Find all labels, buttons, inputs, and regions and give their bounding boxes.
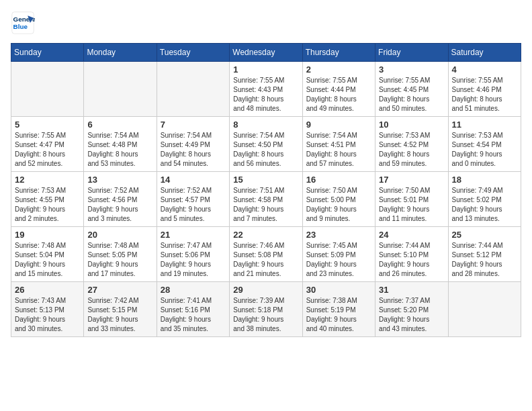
- day-number: 9: [306, 120, 371, 130]
- day-info: Sunrise: 7:55 AM Sunset: 4:47 PM Dayligh…: [15, 131, 80, 169]
- day-number: 21: [161, 230, 226, 240]
- day-number: 28: [161, 285, 226, 295]
- calendar-week-row: 5Sunrise: 7:55 AM Sunset: 4:47 PM Daylig…: [11, 117, 521, 172]
- day-number: 6: [87, 120, 152, 130]
- day-info: Sunrise: 7:50 AM Sunset: 5:01 PM Dayligh…: [379, 186, 444, 224]
- calendar-cell: [11, 62, 84, 117]
- day-number: 26: [15, 285, 80, 295]
- day-number: 13: [87, 175, 152, 185]
- calendar-cell: 13Sunrise: 7:52 AM Sunset: 4:56 PM Dayli…: [84, 172, 157, 227]
- day-number: 12: [15, 175, 80, 185]
- weekday-header-cell: Thursday: [302, 44, 375, 62]
- calendar-week-row: 19Sunrise: 7:48 AM Sunset: 5:04 PM Dayli…: [11, 227, 521, 282]
- logo-icon: General Blue: [11, 11, 35, 35]
- calendar-cell: 11Sunrise: 7:53 AM Sunset: 4:54 PM Dayli…: [448, 117, 521, 172]
- calendar-cell: 4Sunrise: 7:55 AM Sunset: 4:46 PM Daylig…: [448, 62, 521, 117]
- day-number: 19: [15, 230, 80, 240]
- calendar-cell: 20Sunrise: 7:48 AM Sunset: 5:05 PM Dayli…: [84, 227, 157, 282]
- day-number: 16: [306, 175, 371, 185]
- day-number: 14: [161, 175, 226, 185]
- day-info: Sunrise: 7:43 AM Sunset: 5:13 PM Dayligh…: [15, 296, 80, 334]
- day-info: Sunrise: 7:39 AM Sunset: 5:18 PM Dayligh…: [233, 296, 298, 334]
- calendar-cell: 2Sunrise: 7:55 AM Sunset: 4:44 PM Daylig…: [302, 62, 375, 117]
- day-info: Sunrise: 7:48 AM Sunset: 5:05 PM Dayligh…: [87, 241, 152, 279]
- calendar-cell: 17Sunrise: 7:50 AM Sunset: 5:01 PM Dayli…: [375, 172, 448, 227]
- calendar-cell: [448, 282, 521, 337]
- day-number: 24: [379, 230, 444, 240]
- calendar-body: 1Sunrise: 7:55 AM Sunset: 4:43 PM Daylig…: [11, 62, 521, 337]
- calendar-cell: 23Sunrise: 7:45 AM Sunset: 5:09 PM Dayli…: [302, 227, 375, 282]
- day-info: Sunrise: 7:53 AM Sunset: 4:55 PM Dayligh…: [15, 186, 80, 224]
- calendar-cell: 27Sunrise: 7:42 AM Sunset: 5:15 PM Dayli…: [84, 282, 157, 337]
- day-info: Sunrise: 7:55 AM Sunset: 4:46 PM Dayligh…: [452, 76, 517, 113]
- calendar-cell: 12Sunrise: 7:53 AM Sunset: 4:55 PM Dayli…: [11, 172, 84, 227]
- day-info: Sunrise: 7:44 AM Sunset: 5:10 PM Dayligh…: [379, 241, 444, 279]
- calendar-cell: 29Sunrise: 7:39 AM Sunset: 5:18 PM Dayli…: [230, 282, 302, 337]
- calendar-cell: 22Sunrise: 7:46 AM Sunset: 5:08 PM Dayli…: [230, 227, 302, 282]
- day-info: Sunrise: 7:45 AM Sunset: 5:09 PM Dayligh…: [306, 241, 371, 279]
- day-number: 7: [161, 120, 226, 130]
- day-number: 18: [452, 175, 517, 185]
- calendar-cell: 15Sunrise: 7:51 AM Sunset: 4:58 PM Dayli…: [230, 172, 302, 227]
- day-info: Sunrise: 7:52 AM Sunset: 4:56 PM Dayligh…: [87, 186, 152, 224]
- calendar-cell: 18Sunrise: 7:49 AM Sunset: 5:02 PM Dayli…: [448, 172, 521, 227]
- day-number: 30: [306, 285, 371, 295]
- day-info: Sunrise: 7:52 AM Sunset: 4:57 PM Dayligh…: [161, 186, 226, 224]
- calendar-table: SundayMondayTuesdayWednesdayThursdayFrid…: [11, 43, 521, 337]
- day-info: Sunrise: 7:38 AM Sunset: 5:19 PM Dayligh…: [306, 296, 371, 334]
- day-info: Sunrise: 7:42 AM Sunset: 5:15 PM Dayligh…: [87, 296, 152, 334]
- day-info: Sunrise: 7:49 AM Sunset: 5:02 PM Dayligh…: [452, 186, 517, 224]
- day-info: Sunrise: 7:54 AM Sunset: 4:51 PM Dayligh…: [306, 131, 371, 169]
- calendar-cell: 10Sunrise: 7:53 AM Sunset: 4:52 PM Dayli…: [375, 117, 448, 172]
- day-number: 22: [233, 230, 298, 240]
- day-number: 3: [379, 64, 444, 75]
- calendar-cell: 31Sunrise: 7:37 AM Sunset: 5:20 PM Dayli…: [375, 282, 448, 337]
- day-info: Sunrise: 7:44 AM Sunset: 5:12 PM Dayligh…: [452, 241, 517, 279]
- day-info: Sunrise: 7:48 AM Sunset: 5:04 PM Dayligh…: [15, 241, 80, 279]
- weekday-header-cell: Monday: [84, 44, 157, 62]
- day-number: 20: [87, 230, 152, 240]
- calendar-cell: 9Sunrise: 7:54 AM Sunset: 4:51 PM Daylig…: [302, 117, 375, 172]
- day-number: 15: [233, 175, 298, 185]
- day-number: 11: [452, 120, 517, 130]
- weekday-header-cell: Tuesday: [157, 44, 229, 62]
- day-info: Sunrise: 7:53 AM Sunset: 4:54 PM Dayligh…: [452, 131, 517, 169]
- weekday-header-cell: Wednesday: [230, 44, 302, 62]
- calendar-cell: 8Sunrise: 7:54 AM Sunset: 4:50 PM Daylig…: [230, 117, 302, 172]
- logo: General Blue: [11, 11, 35, 35]
- calendar-cell: 30Sunrise: 7:38 AM Sunset: 5:19 PM Dayli…: [302, 282, 375, 337]
- day-number: 8: [233, 120, 298, 130]
- day-info: Sunrise: 7:55 AM Sunset: 4:44 PM Dayligh…: [306, 76, 371, 113]
- day-number: 4: [452, 64, 517, 75]
- calendar-cell: 1Sunrise: 7:55 AM Sunset: 4:43 PM Daylig…: [230, 62, 302, 117]
- calendar-cell: 3Sunrise: 7:55 AM Sunset: 4:45 PM Daylig…: [375, 62, 448, 117]
- calendar-cell: 26Sunrise: 7:43 AM Sunset: 5:13 PM Dayli…: [11, 282, 84, 337]
- day-info: Sunrise: 7:54 AM Sunset: 4:48 PM Dayligh…: [87, 131, 152, 169]
- weekday-header-cell: Saturday: [448, 44, 521, 62]
- calendar-cell: 21Sunrise: 7:47 AM Sunset: 5:06 PM Dayli…: [157, 227, 229, 282]
- day-number: 2: [306, 64, 371, 75]
- weekday-header-cell: Friday: [375, 44, 448, 62]
- calendar-cell: [84, 62, 157, 117]
- calendar-cell: 5Sunrise: 7:55 AM Sunset: 4:47 PM Daylig…: [11, 117, 84, 172]
- calendar-week-row: 12Sunrise: 7:53 AM Sunset: 4:55 PM Dayli…: [11, 172, 521, 227]
- calendar-cell: 28Sunrise: 7:41 AM Sunset: 5:16 PM Dayli…: [157, 282, 229, 337]
- calendar-cell: 16Sunrise: 7:50 AM Sunset: 5:00 PM Dayli…: [302, 172, 375, 227]
- day-number: 23: [306, 230, 371, 240]
- day-info: Sunrise: 7:46 AM Sunset: 5:08 PM Dayligh…: [233, 241, 298, 279]
- svg-text:Blue: Blue: [13, 23, 28, 30]
- calendar-cell: 7Sunrise: 7:54 AM Sunset: 4:49 PM Daylig…: [157, 117, 229, 172]
- day-number: 25: [452, 230, 517, 240]
- calendar-cell: 24Sunrise: 7:44 AM Sunset: 5:10 PM Dayli…: [375, 227, 448, 282]
- weekday-header-cell: Sunday: [11, 44, 84, 62]
- day-info: Sunrise: 7:41 AM Sunset: 5:16 PM Dayligh…: [161, 296, 226, 334]
- calendar-week-row: 26Sunrise: 7:43 AM Sunset: 5:13 PM Dayli…: [11, 282, 521, 337]
- calendar-cell: 6Sunrise: 7:54 AM Sunset: 4:48 PM Daylig…: [84, 117, 157, 172]
- day-info: Sunrise: 7:54 AM Sunset: 4:50 PM Dayligh…: [233, 131, 298, 169]
- page-header: General Blue: [11, 11, 521, 35]
- day-info: Sunrise: 7:50 AM Sunset: 5:00 PM Dayligh…: [306, 186, 371, 224]
- day-number: 31: [379, 285, 444, 295]
- day-number: 1: [233, 64, 298, 75]
- calendar-cell: 25Sunrise: 7:44 AM Sunset: 5:12 PM Dayli…: [448, 227, 521, 282]
- day-info: Sunrise: 7:51 AM Sunset: 4:58 PM Dayligh…: [233, 186, 298, 224]
